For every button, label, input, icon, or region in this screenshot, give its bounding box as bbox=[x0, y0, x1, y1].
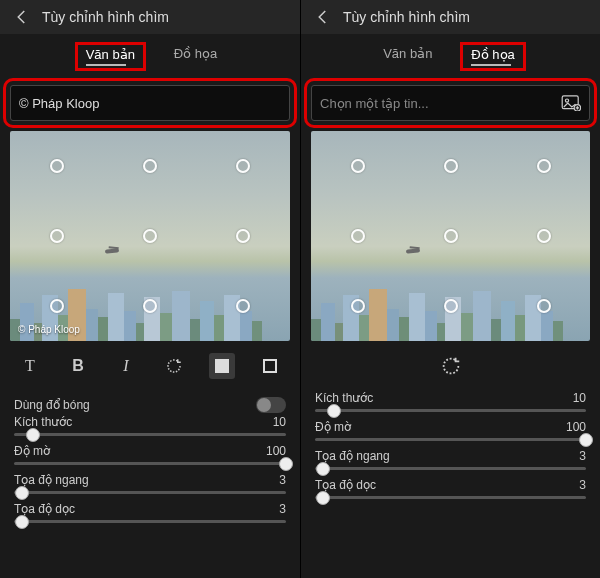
header: Tùy chỉnh hình chìm bbox=[301, 0, 600, 34]
slider-size-value: 10 bbox=[573, 391, 586, 405]
slider-size-track[interactable] bbox=[14, 433, 286, 436]
slider-size: Kích thước 10 bbox=[0, 415, 300, 444]
rotate-button[interactable] bbox=[161, 353, 187, 379]
slider-opacity-track[interactable] bbox=[315, 438, 586, 441]
watermark-preview-label: © Pháp Kloop bbox=[18, 324, 80, 335]
tabs: Văn bản Đồ họa bbox=[0, 34, 300, 77]
anchor-tr[interactable] bbox=[537, 159, 551, 173]
preview-canvas[interactable] bbox=[311, 131, 590, 341]
text-toolbar: T B I bbox=[0, 341, 300, 391]
tab-text[interactable]: Văn bản bbox=[75, 42, 146, 71]
tab-graphic-label: Đồ họa bbox=[471, 47, 514, 62]
anchor-bl[interactable] bbox=[50, 299, 64, 313]
left-panel: Tùy chỉnh hình chìm Văn bản Đồ họa © Phá… bbox=[0, 0, 300, 578]
shadow-row: Dùng đổ bóng bbox=[0, 391, 300, 415]
fill-color-button[interactable] bbox=[209, 353, 235, 379]
bold-button[interactable]: B bbox=[65, 353, 91, 379]
slider-size: Kích thước 10 bbox=[301, 391, 600, 420]
watermark-text-value: © Pháp Kloop bbox=[19, 96, 281, 111]
slider-size-value: 10 bbox=[273, 415, 286, 429]
choose-file-input[interactable]: Chọn một tập tin... bbox=[311, 85, 590, 121]
slider-opacity-label: Độ mờ bbox=[315, 420, 351, 434]
outline-square-icon bbox=[263, 359, 277, 373]
slider-size-track[interactable] bbox=[315, 409, 586, 412]
anchor-mc[interactable] bbox=[444, 229, 458, 243]
anchor-mr[interactable] bbox=[537, 229, 551, 243]
slider-y: Tọa độ dọc 3 bbox=[301, 478, 600, 507]
anchor-ml[interactable] bbox=[50, 229, 64, 243]
anchor-mc[interactable] bbox=[143, 229, 157, 243]
outline-color-button[interactable] bbox=[257, 353, 283, 379]
slider-y-value: 3 bbox=[279, 502, 286, 516]
slider-opacity-track[interactable] bbox=[14, 462, 286, 465]
slider-y-track[interactable] bbox=[315, 496, 586, 499]
slider-y-track[interactable] bbox=[14, 520, 286, 523]
anchor-tc[interactable] bbox=[143, 159, 157, 173]
slider-x-label: Tọa độ ngang bbox=[315, 449, 390, 463]
shadow-label: Dùng đổ bóng bbox=[14, 398, 90, 412]
tab-text[interactable]: Văn bản bbox=[375, 42, 440, 71]
anchor-tl[interactable] bbox=[351, 159, 365, 173]
slider-size-label: Kích thước bbox=[315, 391, 373, 405]
rotate-icon bbox=[440, 355, 462, 377]
slider-x: Tọa độ ngang 3 bbox=[0, 473, 300, 502]
slider-x-track[interactable] bbox=[14, 491, 286, 494]
back-icon[interactable] bbox=[311, 5, 335, 29]
slider-y: Tọa độ dọc 3 bbox=[0, 502, 300, 531]
anchor-mr[interactable] bbox=[236, 229, 250, 243]
image-add-icon bbox=[561, 95, 581, 111]
anchor-grid bbox=[311, 131, 590, 341]
rotate-icon bbox=[165, 357, 183, 375]
rotate-button[interactable] bbox=[438, 353, 464, 379]
anchor-ml[interactable] bbox=[351, 229, 365, 243]
slider-opacity: Độ mờ 100 bbox=[301, 420, 600, 449]
slider-x-label: Tọa độ ngang bbox=[14, 473, 89, 487]
italic-button[interactable]: I bbox=[113, 353, 139, 379]
right-panel: Tùy chỉnh hình chìm Văn bản Đồ họa Chọn … bbox=[300, 0, 600, 578]
anchor-bc[interactable] bbox=[444, 299, 458, 313]
anchor-tc[interactable] bbox=[444, 159, 458, 173]
shadow-toggle[interactable] bbox=[256, 397, 286, 413]
fill-square-icon bbox=[215, 359, 229, 373]
tabs: Văn bản Đồ họa bbox=[301, 34, 600, 77]
slider-opacity: Độ mờ 100 bbox=[0, 444, 300, 473]
anchor-tr[interactable] bbox=[236, 159, 250, 173]
choose-file-placeholder: Chọn một tập tin... bbox=[320, 96, 561, 111]
graphic-toolbar bbox=[301, 341, 600, 391]
anchor-br[interactable] bbox=[236, 299, 250, 313]
watermark-text-input[interactable]: © Pháp Kloop bbox=[10, 85, 290, 121]
slider-size-label: Kích thước bbox=[14, 415, 72, 429]
slider-x-value: 3 bbox=[579, 449, 586, 463]
svg-point-1 bbox=[565, 99, 568, 102]
back-icon[interactable] bbox=[10, 5, 34, 29]
anchor-bl[interactable] bbox=[351, 299, 365, 313]
anchor-br[interactable] bbox=[537, 299, 551, 313]
preview-canvas[interactable]: © Pháp Kloop bbox=[10, 131, 290, 341]
anchor-grid bbox=[10, 131, 290, 341]
tab-text-label: Văn bản bbox=[86, 47, 135, 62]
page-title: Tùy chỉnh hình chìm bbox=[42, 9, 169, 25]
slider-x: Tọa độ ngang 3 bbox=[301, 449, 600, 478]
anchor-tl[interactable] bbox=[50, 159, 64, 173]
tab-graphic[interactable]: Đồ họa bbox=[460, 42, 525, 71]
header: Tùy chỉnh hình chìm bbox=[0, 0, 300, 34]
slider-opacity-label: Độ mờ bbox=[14, 444, 50, 458]
slider-x-track[interactable] bbox=[315, 467, 586, 470]
anchor-bc[interactable] bbox=[143, 299, 157, 313]
font-button[interactable]: T bbox=[17, 353, 43, 379]
slider-x-value: 3 bbox=[279, 473, 286, 487]
tab-graphic[interactable]: Đồ họa bbox=[166, 42, 225, 71]
page-title: Tùy chỉnh hình chìm bbox=[343, 9, 470, 25]
slider-y-value: 3 bbox=[579, 478, 586, 492]
